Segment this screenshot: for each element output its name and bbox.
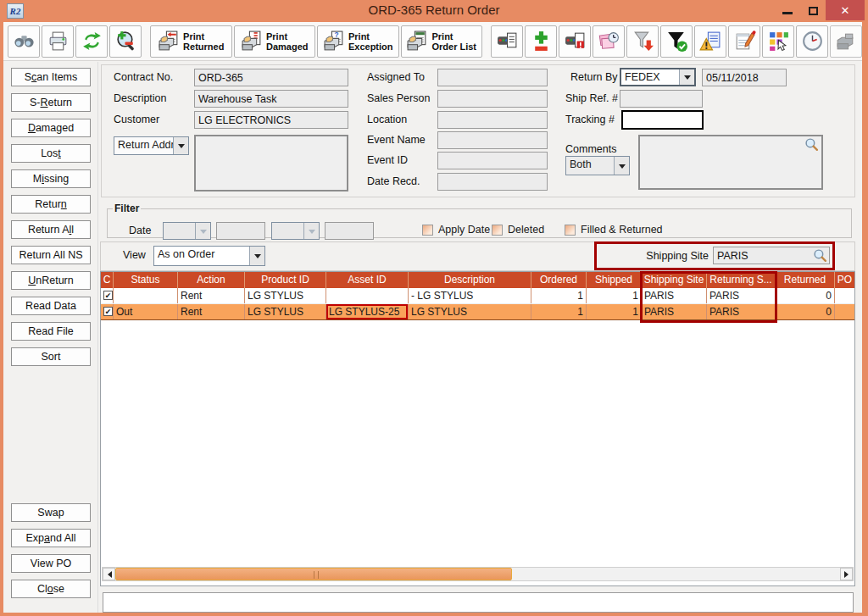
comments-mode-dropdown-button[interactable] <box>614 157 629 175</box>
sidebar-button-view-po[interactable]: View PO <box>11 554 91 573</box>
toolbar-zoom-button[interactable] <box>109 25 142 58</box>
toolbar-notes-clock-button[interactable] <box>593 25 625 58</box>
sidebar-button-return-all-ns[interactable]: Return All NS <box>11 246 91 264</box>
return-addr-dropdown[interactable]: Return Addr... <box>114 136 189 155</box>
cell-action[interactable]: Rent <box>178 288 245 303</box>
column-header-shipping-site[interactable]: Shipping Site <box>642 272 707 288</box>
toolbar-equipment-list-button[interactable] <box>491 25 523 58</box>
event-id-field[interactable] <box>437 152 548 169</box>
sidebar-button-return-all[interactable]: Return All <box>11 220 91 239</box>
toolbar-color-grid-button[interactable] <box>762 25 794 58</box>
sidebar-button-damaged[interactable]: Damaged <box>11 119 91 137</box>
cell-returned[interactable]: 0 <box>776 288 835 303</box>
toolbar-print-button[interactable] <box>42 25 74 58</box>
cell-product-id[interactable]: LG STYLUS <box>245 288 326 303</box>
cell-po[interactable] <box>835 304 854 319</box>
return-date-field[interactable] <box>702 69 787 86</box>
cell-shipping-site[interactable]: PARIS <box>642 304 707 319</box>
customer-field[interactable] <box>194 111 348 129</box>
location-field[interactable] <box>437 111 548 129</box>
cell-shipped[interactable]: 1 <box>587 288 642 303</box>
horizontal-scrollbar[interactable] <box>102 567 854 581</box>
sales-person-field[interactable] <box>437 90 548 108</box>
return-by-dropdown-button[interactable] <box>679 69 694 85</box>
cell-status[interactable]: Out <box>114 304 178 319</box>
cell-po[interactable] <box>835 288 854 303</box>
toolbar-refresh-button[interactable] <box>75 25 108 58</box>
date-recd-field[interactable] <box>437 173 548 191</box>
comments-box[interactable] <box>638 135 823 190</box>
deleted-checkbox[interactable] <box>492 225 503 236</box>
row-checkbox-cell[interactable]: ✔ <box>101 288 114 303</box>
contract-no-field[interactable] <box>194 69 348 86</box>
sidebar-button-swap[interactable]: Swap <box>11 503 91 522</box>
view-dropdown[interactable]: As on Order <box>153 246 265 266</box>
print-order-list-button[interactable]: PrintOrder List <box>401 25 483 58</box>
column-header-returned[interactable]: Returned <box>776 272 835 288</box>
column-header-action[interactable]: Action <box>178 272 245 288</box>
cell-shipped[interactable]: 1 <box>587 304 642 319</box>
comments-mode-dropdown[interactable]: Both <box>565 156 630 175</box>
toolbar-funnel-export-button[interactable] <box>626 25 659 58</box>
cell-status[interactable] <box>114 288 178 303</box>
return-addr-dropdown-button[interactable] <box>173 137 188 154</box>
toolbar-search-button[interactable] <box>8 25 40 58</box>
cell-product-id[interactable]: LG STYLUS <box>245 304 326 319</box>
return-address-box[interactable] <box>194 135 348 191</box>
table-row[interactable]: ✔ Out Rent LG STYLUS LG STYLUS-25 LG STY… <box>101 304 854 320</box>
sidebar-button-sort[interactable]: Sort <box>11 347 91 366</box>
ship-ref-field[interactable] <box>620 90 703 108</box>
column-header-returning-s-[interactable]: Returning S... <box>707 272 776 288</box>
cell-ordered[interactable]: 1 <box>531 288 587 303</box>
toolbar-clock-button[interactable] <box>796 25 828 58</box>
column-header-status[interactable]: Status <box>114 272 178 288</box>
cell-description[interactable]: - LG STYLUS <box>409 288 531 303</box>
scroll-left-button[interactable] <box>103 568 115 580</box>
column-header-shipped[interactable]: Shipped <box>587 272 642 288</box>
assigned-to-field[interactable] <box>437 69 548 86</box>
status-textbox[interactable] <box>103 592 854 613</box>
toolbar-equipment-alert-button[interactable] <box>559 25 591 58</box>
column-header-asset-id[interactable]: Asset ID <box>326 272 409 288</box>
apply-date-checkbox[interactable] <box>422 225 433 236</box>
comments-search-icon[interactable] <box>804 137 819 152</box>
print-exception-button[interactable]: ? PrintException <box>317 25 399 58</box>
row-checkbox[interactable]: ✔ <box>103 307 113 316</box>
sidebar-button-expand-all[interactable]: Expand All <box>11 529 91 547</box>
toolbar-add-remove-button[interactable] <box>525 25 557 58</box>
sidebar-button-close[interactable]: Close <box>11 580 91 598</box>
sidebar-button-read-data[interactable]: Read Data <box>11 297 91 315</box>
event-name-field[interactable] <box>437 131 548 149</box>
cell-description[interactable]: LG STYLUS <box>409 304 531 319</box>
cell-returning-site[interactable]: PARIS <box>707 288 776 303</box>
cell-returning-site[interactable]: PARIS <box>707 304 776 319</box>
tracking-field[interactable] <box>621 110 704 130</box>
cell-returned[interactable]: 0 <box>776 304 835 319</box>
toolbar-filter-button[interactable] <box>660 25 693 58</box>
column-header-description[interactable]: Description <box>409 272 531 288</box>
scroll-track[interactable] <box>115 568 840 580</box>
scroll-thumb[interactable] <box>115 568 512 580</box>
view-dropdown-button[interactable] <box>249 247 264 265</box>
column-header-product-id[interactable]: Product ID <box>245 272 326 288</box>
toolbar-notepad-edit-button[interactable] <box>728 25 760 58</box>
cell-asset-id[interactable]: LG STYLUS-25 <box>326 304 409 319</box>
sidebar-button-s-return[interactable]: S-Return <box>11 93 91 112</box>
close-button[interactable]: ✕ <box>826 0 865 20</box>
column-header-c[interactable]: C <box>101 272 114 288</box>
minimize-button[interactable] <box>775 0 800 20</box>
sidebar-button-return[interactable]: Return <box>11 195 91 214</box>
row-checkbox[interactable]: ✔ <box>103 291 113 300</box>
cell-asset-id[interactable] <box>326 288 409 303</box>
column-header-ordered[interactable]: Ordered <box>531 272 587 288</box>
cell-shipping-site[interactable]: PARIS <box>642 288 707 303</box>
sidebar-button-lost[interactable]: Lost <box>11 144 91 163</box>
shipping-site-search-icon[interactable] <box>813 248 827 263</box>
print-damaged-button[interactable]: PrintDamaged <box>234 25 316 58</box>
table-row[interactable]: ✔ Rent LG STYLUS - LG STYLUS 1 1 PARIS P… <box>101 288 854 304</box>
cell-ordered[interactable]: 1 <box>531 304 587 319</box>
sidebar-button-unreturn[interactable]: UnReturn <box>11 271 91 290</box>
sidebar-button-scan-items[interactable]: Scan Items <box>11 68 91 86</box>
sidebar-button-read-file[interactable]: Read File <box>11 322 91 341</box>
row-checkbox-cell[interactable]: ✔ <box>101 304 114 319</box>
